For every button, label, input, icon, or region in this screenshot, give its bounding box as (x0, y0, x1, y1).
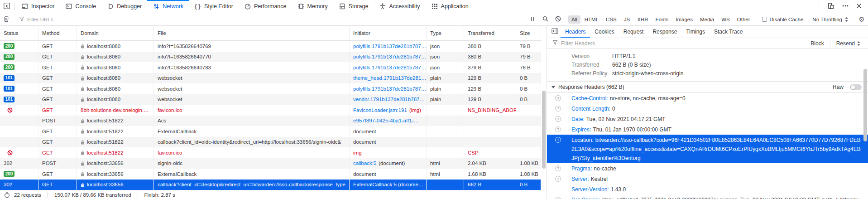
type-filter-media[interactable]: Media (697, 15, 717, 24)
devtools-tab-accessibility[interactable]: Accessibility (374, 0, 425, 13)
header-help-icon[interactable]: ? (555, 106, 561, 112)
column-header-initiator[interactable]: Initiator (350, 26, 427, 41)
filter-urls-placeholder: Filter URLs (27, 17, 53, 22)
devtools-tab-inspector[interactable]: Inspector (16, 0, 60, 13)
type-filter-html[interactable]: HTML (581, 15, 602, 24)
clear-requests-button[interactable] (0, 13, 13, 25)
response-headers-section[interactable]: Response Headers (662 B) Raw (547, 81, 868, 93)
responsive-design-icon[interactable] (827, 2, 834, 10)
initiator-link[interactable]: theme_head.1791b137de281… (353, 75, 427, 81)
filter-headers-input[interactable]: Filter Headers (561, 40, 805, 47)
panel-tab-response[interactable]: Response (648, 26, 681, 38)
column-header-type[interactable]: Type (427, 26, 464, 41)
response-header-row[interactable]: ?Pragma:no-cache (547, 163, 868, 174)
column-header-size[interactable]: Size (516, 26, 541, 41)
initiator-link[interactable]: polyfills.1791b137de281b787… (353, 54, 426, 59)
request-list-scrollbar[interactable] (542, 91, 546, 169)
initiator-link[interactable]: polyfills.1791b137de281b787… (353, 86, 426, 92)
devtools-tab-network[interactable]: Network (147, 0, 189, 13)
meatball-menu-icon[interactable] (842, 2, 849, 10)
response-header-row[interactable]: ?Set-Cookie:idsrv=adf6cba1-7075-402b-9ec… (547, 194, 868, 199)
devtools-tab-application[interactable]: Application (426, 0, 474, 13)
column-header-transferred[interactable]: Transferred (464, 26, 516, 41)
request-initiator: theme_head.1791b137de281… (350, 73, 427, 84)
request-row[interactable]: GETlocalhost:51822ExternalCallbackdocume… (0, 126, 541, 137)
column-header-domain[interactable]: Domain (77, 26, 154, 41)
initiator-link[interactable]: polyfills.1791b137de281b787… (353, 44, 426, 49)
request-row[interactable]: 200GETlocalhost:8080info?t=1635826640783… (0, 62, 541, 73)
request-row[interactable]: 200GETlocalhost:8080info?t=1635826640770… (0, 52, 541, 63)
panel-tab-stack-trace[interactable]: Stack Trace (710, 26, 747, 38)
initiator-link[interactable]: callback:5 (353, 160, 376, 166)
devtools-tab-performance[interactable]: Performance (239, 0, 292, 13)
network-settings-button[interactable]: ⚙ (855, 13, 868, 25)
type-filter-fonts[interactable]: Fonts (652, 15, 671, 24)
request-row[interactable]: GETlocalhost:51822favicon.icoimgCSP (0, 147, 541, 158)
block-button[interactable]: Block (808, 40, 826, 47)
node-picker-button[interactable] (0, 0, 14, 13)
close-icon[interactable] (856, 3, 862, 10)
devtools-tab-console[interactable]: Console (60, 0, 101, 13)
request-blocking-button[interactable] (551, 13, 564, 25)
request-row[interactable]: 101GETlocalhost:8080websocketvendor.1791… (0, 94, 541, 105)
request-row[interactable]: 302GETlocalhost:33656callback?client_id=… (0, 180, 541, 190)
type-filter-images[interactable]: Images (672, 15, 696, 24)
response-header-row[interactable]: ?Expires:Thu, 01 Jan 1970 00:00:00 GMT (547, 124, 868, 135)
search-button[interactable] (539, 13, 551, 25)
header-help-icon[interactable]: ? (555, 137, 561, 143)
disable-cache-checkbox[interactable]: Disable Cache (758, 17, 808, 22)
response-header-row[interactable]: ?Server:Kestrel (547, 174, 868, 184)
response-header-row[interactable]: ?Date:Tue, 02 Nov 2021 04:17:21 GMT (547, 114, 868, 124)
raw-toggle[interactable] (850, 84, 862, 90)
devtools-tab-debugger[interactable]: Debugger (101, 0, 147, 13)
devtools-tab-memory[interactable]: Memory (292, 0, 333, 13)
details-panel-scrollbar[interactable] (863, 69, 867, 141)
response-header-row[interactable]: ?Location:bitwarden://sso-callback?code=… (547, 135, 868, 163)
header-text: Cache-Control:no-store, no-cache, max-ag… (571, 94, 862, 103)
request-row[interactable]: GETlocalhost:51822callback?client_id=oid… (0, 137, 541, 148)
response-header-row[interactable]: ?Content-Length:0 (547, 103, 868, 114)
type-filter-ws[interactable]: WS (718, 15, 733, 24)
throttling-dropdown[interactable]: No Throttling (808, 17, 853, 22)
request-row[interactable]: 101GETlocalhost:8080websocketpolyfills.1… (0, 83, 541, 94)
type-filter-js[interactable]: JS (621, 15, 633, 24)
request-row[interactable]: 200GETlocalhost:8080info?t=1635826640769… (0, 41, 541, 52)
request-row[interactable]: POSTlocalhost:51822Acse957f897-042e-4ba1… (0, 116, 541, 126)
requests-count[interactable]: 22 requests (0, 192, 48, 198)
request-transferred: 129 B (464, 73, 516, 84)
initiator-link[interactable]: e957f897-042e-4ba1-aff1-… (353, 118, 419, 123)
type-filter-other[interactable]: Other (734, 15, 753, 24)
resend-button[interactable]: Resend (834, 40, 863, 47)
column-header-file[interactable]: File (154, 26, 350, 41)
header-help-icon[interactable]: ? (555, 176, 561, 182)
devtools-tab-storage[interactable]: Storage (333, 0, 374, 13)
header-help-icon[interactable]: ? (555, 165, 561, 171)
panel-tab-headers[interactable]: Headers (561, 26, 590, 38)
column-header-method[interactable]: Method (38, 26, 77, 41)
request-row[interactable]: 200GETlocalhost:33656ExternalCallbackdoc… (0, 169, 541, 180)
header-help-icon[interactable]: ? (555, 197, 561, 199)
response-header-row[interactable]: ?Server-Version:1.43.0 (547, 184, 868, 194)
response-header-row[interactable]: ?Cache-Control:no-store, no-cache, max-a… (547, 93, 868, 103)
request-row[interactable]: GET8bit-solutions-dev.onelogin.…favicon.… (0, 105, 541, 116)
pause-traffic-button[interactable] (526, 13, 539, 25)
panel-tab-request[interactable]: Request (619, 26, 648, 38)
header-help-icon[interactable]: ? (555, 95, 561, 101)
request-row[interactable]: 101GETlocalhost:8080websockettheme_head.… (0, 73, 541, 84)
filter-urls-input[interactable]: Filter URLs (15, 13, 526, 25)
domain-text: localhost:8080 (87, 86, 120, 92)
devtools-tab-style-editor[interactable]: { }Style Editor (189, 0, 239, 13)
panel-tab-timings[interactable]: Timings (681, 26, 710, 38)
initiator-link[interactable]: vendor.1791b137de281b787… (353, 97, 425, 102)
column-header-status[interactable]: Status (0, 26, 38, 41)
header-help-icon[interactable]: ? (555, 126, 561, 132)
type-filter-all[interactable]: All (568, 15, 580, 24)
panel-tab-cookies[interactable]: Cookies (590, 26, 619, 38)
type-filter-css[interactable]: CSS (603, 15, 620, 24)
request-row[interactable]: 302POSTlocalhost:33656signin-oidccallbac… (0, 158, 541, 169)
initiator-link[interactable]: polyfills.1791b137de281b787… (353, 65, 426, 70)
header-help-icon[interactable]: ? (555, 116, 561, 122)
type-filter-xhr[interactable]: XHR (634, 15, 651, 24)
initiator-link[interactable]: FaviconLoader.jsm:191 (353, 107, 407, 113)
collapse-panel-button[interactable] (549, 26, 561, 38)
